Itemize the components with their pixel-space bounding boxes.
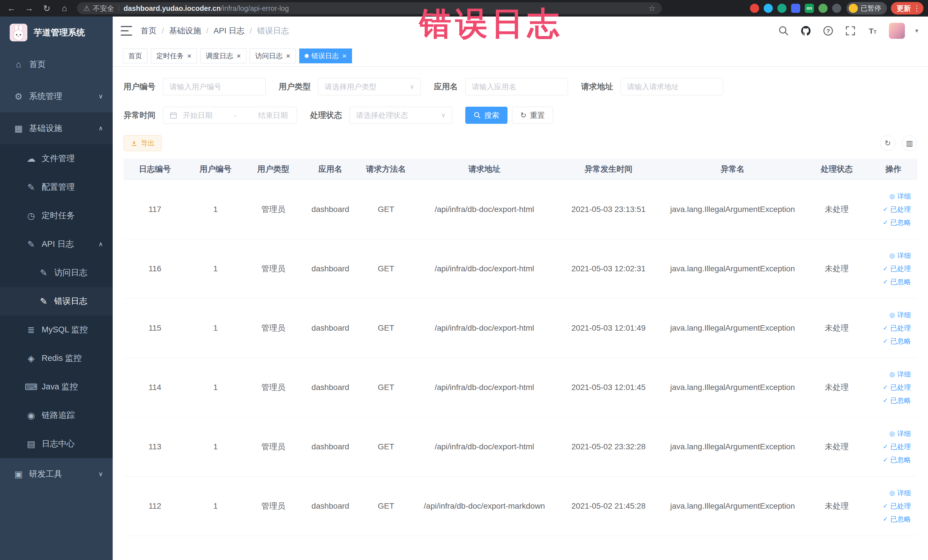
- app-name-input[interactable]: 请输入应用名: [465, 78, 568, 95]
- row-action-processed[interactable]: ✓已处理: [883, 383, 911, 392]
- exception-time-range-picker[interactable]: 开始日期 - 结束日期: [163, 107, 297, 124]
- tab-close-icon[interactable]: ×: [187, 52, 191, 60]
- tab-api-error-log[interactable]: 错误日志×: [299, 49, 352, 63]
- tab-close-icon[interactable]: ×: [237, 52, 241, 60]
- app-logo[interactable]: 芋道管理系统: [0, 17, 113, 49]
- user-type-select[interactable]: 请选择用户类型 ∨: [318, 78, 421, 95]
- sidebar-item-home[interactable]: ⌂首页: [0, 49, 113, 81]
- table-cell: 2021-05-03 12:01:49: [556, 298, 661, 358]
- sidebar-item-log-center[interactable]: ▤日志中心: [0, 430, 113, 458]
- table-cell: 112: [124, 476, 186, 536]
- row-action-detail[interactable]: ◎详细: [890, 370, 911, 379]
- extensions-tray: on: [750, 4, 841, 13]
- tab-close-icon[interactable]: ×: [342, 52, 346, 60]
- process-status-placeholder: 请选择处理状态: [356, 110, 408, 121]
- breadcrumb-item[interactable]: 基础设施: [169, 25, 201, 36]
- fullscreen-icon[interactable]: [844, 25, 856, 37]
- dark-plug-extension-icon[interactable]: [832, 4, 841, 13]
- check-icon: ✓: [883, 219, 888, 226]
- browser-reload-icon[interactable]: ↻: [40, 2, 53, 15]
- sidebar-item-api-log[interactable]: ✎API 日志∧: [0, 230, 113, 258]
- browser-menu-icon[interactable]: ⋮: [913, 4, 920, 13]
- column-header: 处理状态: [804, 159, 870, 180]
- sidebar-item-scheduled-jobs[interactable]: ◷定时任务: [0, 201, 113, 230]
- process-status-select[interactable]: 请选择处理状态 ∨: [350, 107, 452, 124]
- sidebar-item-java-monitor[interactable]: ⌨Java 监控: [0, 372, 113, 401]
- green-on-extension-icon[interactable]: on: [805, 4, 814, 13]
- user-avatar[interactable]: [889, 23, 905, 39]
- row-action-detail[interactable]: ◎详细: [890, 310, 911, 319]
- breadcrumb: 首页/基础设施/API 日志/错误日志: [140, 25, 289, 36]
- browser-update-button[interactable]: 更新 ⋮: [891, 2, 923, 15]
- sidebar-item-system-management[interactable]: ⚙系统管理∨: [0, 81, 113, 112]
- sidebar-item-mysql-monitor[interactable]: ≣MySQL 监控: [0, 316, 113, 344]
- sidebar-item-access-log[interactable]: ✎访问日志: [0, 258, 113, 287]
- export-button[interactable]: 导出: [124, 135, 162, 151]
- row-action-ignored[interactable]: ✓已忽略: [883, 455, 911, 464]
- sidebar-item-redis-monitor[interactable]: ◈Redis 监控: [0, 344, 113, 372]
- red-circle-extension-icon[interactable]: [750, 4, 759, 13]
- row-action-processed[interactable]: ✓已处理: [883, 442, 911, 451]
- browser-forward-icon[interactable]: →: [22, 2, 36, 15]
- reset-button[interactable]: ↻ 重置: [512, 107, 553, 124]
- row-action-ignored[interactable]: ✓已忽略: [883, 337, 911, 346]
- row-action-ignored[interactable]: ✓已忽略: [883, 515, 911, 524]
- request-url-input[interactable]: 请输入请求地址: [620, 78, 723, 95]
- tab-close-icon[interactable]: ×: [286, 52, 290, 60]
- tab-home[interactable]: 首页: [123, 49, 148, 63]
- row-action-processed[interactable]: ✓已处理: [883, 323, 911, 333]
- refresh-table-icon[interactable]: ↻: [880, 136, 896, 151]
- font-size-icon[interactable]: TT: [867, 25, 879, 37]
- address-bar[interactable]: ⚠ 不安全 dashboard.yudao.iocoder.cn/infra/l…: [77, 2, 662, 14]
- blue-drop-extension-icon[interactable]: [764, 4, 773, 13]
- sidebar-item-trace[interactable]: ◉链路追踪: [0, 401, 113, 430]
- row-action-ignored[interactable]: ✓已忽略: [883, 396, 911, 405]
- search-button[interactable]: 搜索: [465, 107, 508, 124]
- blue-grid-extension-icon[interactable]: [791, 4, 800, 13]
- sidebar-collapse-icon[interactable]: [121, 26, 132, 36]
- tab-job-log[interactable]: 调度日志×: [200, 49, 246, 63]
- sidebar-item-file-management[interactable]: ☁文件管理: [0, 144, 113, 173]
- row-action-processed[interactable]: ✓已处理: [883, 502, 911, 511]
- column-settings-icon[interactable]: ▥: [902, 136, 917, 151]
- row-action-processed[interactable]: ✓已处理: [883, 205, 911, 214]
- table-cell: 2021-05-02 21:45:28: [556, 476, 661, 536]
- row-action-detail[interactable]: ◎详细: [890, 192, 911, 201]
- tab-job[interactable]: 定时任务×: [151, 49, 197, 63]
- bookmark-star-icon[interactable]: ☆: [649, 4, 656, 13]
- view-icon: ◎: [890, 192, 895, 200]
- actions-cell: ◎详细✓已处理✓已忽略: [870, 239, 917, 298]
- profile-chip[interactable]: 已暂停: [846, 2, 887, 15]
- table-cell: 管理员: [245, 298, 302, 358]
- avatar-chevron-down-icon[interactable]: ▾: [915, 27, 918, 35]
- user-id-input[interactable]: 请输入用户编号: [163, 78, 266, 95]
- row-action-detail[interactable]: ◎详细: [890, 429, 911, 438]
- sidebar-item-dev-tools[interactable]: ▣研发工具∨: [0, 458, 113, 490]
- green-leaf-extension-icon[interactable]: [818, 4, 827, 13]
- row-action-detail[interactable]: ◎详细: [890, 251, 911, 260]
- row-action-label: 详细: [897, 310, 911, 319]
- help-icon[interactable]: ?: [822, 25, 834, 37]
- row-action-ignored[interactable]: ✓已忽略: [883, 218, 911, 227]
- sidebar-item-infrastructure[interactable]: ▦基础设施∧: [0, 112, 113, 144]
- row-action-detail[interactable]: ◎详细: [890, 488, 911, 497]
- browser-home-icon[interactable]: ⌂: [58, 2, 71, 15]
- sidebar-item-error-log[interactable]: ✎错误日志: [0, 287, 113, 316]
- row-action-ignored[interactable]: ✓已忽略: [883, 277, 911, 287]
- table-cell: 未处理: [804, 358, 870, 417]
- tab-api-access-log[interactable]: 访问日志×: [250, 49, 296, 63]
- table-cell: 116: [124, 239, 186, 298]
- filter-row-2: 异常时间 开始日期 - 结束日期 处理状态 请选择处理状态 ∨: [124, 107, 917, 124]
- search-icon[interactable]: [778, 25, 790, 37]
- sidebar-item-label: 基础设施: [29, 123, 62, 134]
- row-action-processed[interactable]: ✓已处理: [883, 264, 911, 273]
- table-cell: 未处理: [804, 239, 870, 298]
- breadcrumb-item[interactable]: API 日志: [214, 25, 245, 36]
- sidebar-item-config-management[interactable]: ✎配置管理: [0, 173, 113, 201]
- browser-back-icon[interactable]: ←: [5, 2, 18, 15]
- sidebar-item-label: 链路追踪: [42, 410, 75, 421]
- breadcrumb-item[interactable]: 首页: [140, 25, 157, 36]
- tab-label: 调度日志: [206, 51, 233, 61]
- github-icon[interactable]: [800, 25, 812, 37]
- teal-circle-extension-icon[interactable]: [777, 4, 786, 13]
